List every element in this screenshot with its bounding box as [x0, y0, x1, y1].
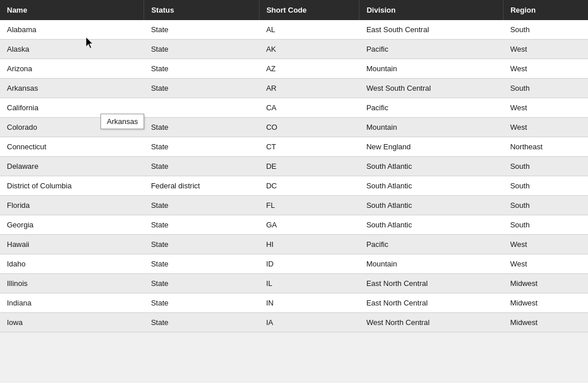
cell-short_code: DC: [259, 176, 359, 196]
table-row[interactable]: IdahoStateIDMountainWest: [0, 254, 588, 274]
column-header-status: Status: [144, 0, 260, 20]
cell-division: South Atlantic: [359, 196, 504, 215]
table-row[interactable]: ConnecticutStateCTNew EnglandNortheast: [0, 137, 588, 157]
cell-status: State: [144, 157, 260, 176]
cell-region: South: [503, 196, 588, 215]
cell-region: West: [503, 40, 588, 59]
column-header-region: Region: [503, 0, 588, 20]
table-row[interactable]: ArizonaStateAZMountainWest: [0, 59, 588, 79]
cell-name: Georgia: [0, 215, 144, 235]
table-header-row: Name Status Short Code Division Region: [0, 0, 588, 20]
column-header-division: Division: [359, 0, 504, 20]
table-row[interactable]: AlabamaStateALEast South CentralSouth: [0, 20, 588, 40]
table-row[interactable]: IowaStateIAWest North CentralMidwest: [0, 313, 588, 332]
cell-name: Iowa: [0, 313, 144, 332]
cell-region: West: [503, 118, 588, 137]
table-row[interactable]: IllinoisStateILEast North CentralMidwest: [0, 274, 588, 293]
cell-division: East North Central: [359, 274, 504, 293]
tooltip: Arkansas: [100, 114, 144, 129]
table-row[interactable]: DelawareStateDESouth AtlanticSouth: [0, 157, 588, 176]
cell-short_code: CO: [259, 118, 359, 137]
cell-region: South: [503, 176, 588, 196]
cell-region: Northeast: [503, 137, 588, 157]
cell-short_code: HI: [259, 235, 359, 254]
cell-name: Indiana: [0, 293, 144, 313]
cell-status: State: [144, 274, 260, 293]
cell-short_code: IN: [259, 293, 359, 313]
cell-region: Midwest: [503, 293, 588, 313]
table-row[interactable]: GeorgiaStateGASouth AtlanticSouth: [0, 215, 588, 235]
cell-name: Hawaii: [0, 235, 144, 254]
cell-division: West South Central: [359, 79, 504, 98]
cell-status: State: [144, 293, 260, 313]
cell-short_code: ID: [259, 254, 359, 274]
column-header-short-code: Short Code: [259, 0, 359, 20]
cell-status: State: [144, 40, 260, 59]
cell-short_code: FL: [259, 196, 359, 215]
cell-region: West: [503, 59, 588, 79]
cell-division: East South Central: [359, 20, 504, 40]
cell-short_code: AL: [259, 20, 359, 40]
table-container: Arkansas Name Status Short Code Division…: [0, 0, 588, 383]
cell-short_code: IL: [259, 274, 359, 293]
cell-name: Idaho: [0, 254, 144, 274]
table-row[interactable]: IndianaStateINEast North CentralMidwest: [0, 293, 588, 313]
table-row[interactable]: AlaskaStateAKPacificWest: [0, 40, 588, 59]
cell-name: Connecticut: [0, 137, 144, 157]
cell-short_code: IA: [259, 313, 359, 332]
cell-name: Florida: [0, 196, 144, 215]
cell-short_code: CT: [259, 137, 359, 157]
cell-region: South: [503, 157, 588, 176]
cell-division: South Atlantic: [359, 176, 504, 196]
cell-status: State: [144, 196, 260, 215]
cell-short_code: AR: [259, 79, 359, 98]
cell-region: South: [503, 20, 588, 40]
cell-name: Illinois: [0, 274, 144, 293]
cell-region: Midwest: [503, 313, 588, 332]
cell-name: Alaska: [0, 40, 144, 59]
cell-short_code: CA: [259, 98, 359, 118]
cell-name: Alabama: [0, 20, 144, 40]
cell-status: [144, 98, 260, 118]
cell-status: State: [144, 254, 260, 274]
cell-short_code: AK: [259, 40, 359, 59]
cell-status: State: [144, 137, 260, 157]
cell-name: Delaware: [0, 157, 144, 176]
cell-division: West North Central: [359, 313, 504, 332]
cell-status: State: [144, 235, 260, 254]
table-row[interactable]: ColoradoStateCOMountainWest: [0, 118, 588, 137]
cell-name: Arizona: [0, 59, 144, 79]
cell-short_code: GA: [259, 215, 359, 235]
tooltip-text: Arkansas: [107, 117, 138, 126]
cell-division: Mountain: [359, 59, 504, 79]
column-header-name: Name: [0, 0, 144, 20]
cell-division: Mountain: [359, 254, 504, 274]
cell-region: West: [503, 235, 588, 254]
cell-status: State: [144, 118, 260, 137]
cell-division: Mountain: [359, 118, 504, 137]
cell-status: State: [144, 313, 260, 332]
cell-division: South Atlantic: [359, 157, 504, 176]
cell-division: New England: [359, 137, 504, 157]
cell-region: West: [503, 98, 588, 118]
cell-division: South Atlantic: [359, 215, 504, 235]
cell-division: Pacific: [359, 40, 504, 59]
cell-name: Arkansas: [0, 79, 144, 98]
cell-division: Pacific: [359, 98, 504, 118]
table-row[interactable]: District of ColumbiaFederal districtDCSo…: [0, 176, 588, 196]
cell-region: West: [503, 254, 588, 274]
table-row[interactable]: CaliforniaCAPacificWest: [0, 98, 588, 118]
table-row[interactable]: FloridaStateFLSouth AtlanticSouth: [0, 196, 588, 215]
cell-status: State: [144, 20, 260, 40]
table-row[interactable]: ArkansasStateARWest South CentralSouth: [0, 79, 588, 98]
cell-short_code: DE: [259, 157, 359, 176]
cell-status: State: [144, 79, 260, 98]
cell-region: Midwest: [503, 274, 588, 293]
data-table: Name Status Short Code Division Region A…: [0, 0, 588, 332]
cell-short_code: AZ: [259, 59, 359, 79]
cell-status: State: [144, 215, 260, 235]
table-row[interactable]: HawaiiStateHIPacificWest: [0, 235, 588, 254]
cell-name: District of Columbia: [0, 176, 144, 196]
cell-division: East North Central: [359, 293, 504, 313]
cell-region: South: [503, 215, 588, 235]
